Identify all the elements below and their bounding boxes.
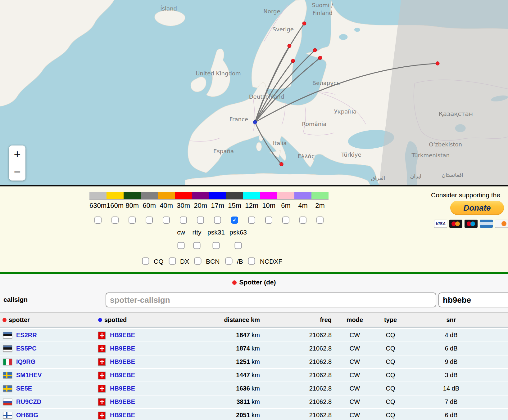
map-label: España — [213, 148, 234, 154]
type-checkbox-CQ[interactable] — [142, 257, 149, 265]
table-row: SE5E HB9EBE 1636 km 21062.8 CW CQ 14 dB — [0, 382, 508, 395]
map[interactable]: ÍslandNorgeSuomi /FinlandSverigeUnited K… — [0, 0, 508, 186]
spotted-callsign-link[interactable]: HB9EBE — [110, 345, 135, 352]
type-checkbox-cell — [248, 257, 255, 265]
type-checkbox-DX[interactable] — [169, 257, 176, 265]
spotted-callsign-link[interactable]: HB9EBE — [110, 385, 135, 392]
band-checkbox-80m[interactable] — [129, 217, 136, 224]
spotter-callsign-link[interactable]: RU9CZD — [16, 398, 41, 405]
spotter-cell: SE5E — [0, 385, 95, 392]
type-checkbox-cell — [194, 257, 202, 265]
mode-label-rtty: rtty — [192, 229, 201, 236]
spotter-callsign-link[interactable]: OH6BG — [16, 412, 38, 419]
spotter-callsign-link[interactable]: SM1HEV — [16, 372, 42, 379]
band-checkbox-10m[interactable] — [265, 217, 272, 224]
type-checkbox-/B[interactable] — [225, 257, 233, 265]
spotter-cell: ES2RR — [0, 332, 95, 339]
spotter-point[interactable] — [318, 56, 322, 60]
band-checkbox-cell — [277, 217, 294, 224]
band-checkbox-17m[interactable] — [214, 217, 221, 224]
spotted-callsign-link[interactable]: HB9EBE — [110, 358, 135, 365]
spotter-callsign-input[interactable] — [106, 293, 436, 307]
freq-cell: 21062.8 — [262, 345, 332, 352]
band-checkbox-40m[interactable] — [163, 217, 170, 224]
spotted-flag-icon — [98, 398, 106, 406]
zoom-in-button[interactable]: + — [9, 145, 25, 163]
band-checkbox-20m[interactable] — [197, 217, 204, 224]
table-row: OH6BG HB9EBE 2051 km 21062.8 CW CQ 6 dB — [0, 409, 508, 420]
zoom-out-button[interactable]: − — [9, 163, 25, 181]
mode-label-psk63: psk63 — [229, 229, 247, 236]
band-checkbox-30m[interactable] — [180, 217, 187, 224]
spotted-point[interactable] — [253, 120, 257, 124]
band-checkbox-15m[interactable]: ✓ — [231, 217, 238, 224]
spotted-cell: HB9EBE — [95, 358, 196, 366]
mode-label-cw: cw — [177, 229, 185, 236]
spotted-callsign-link[interactable]: HB9EBE — [110, 372, 135, 379]
band-checkbox-cell — [294, 217, 311, 224]
band-swatch-12m — [243, 192, 260, 199]
type-cell: CQ — [377, 358, 404, 365]
visa-card-icon: VISA — [434, 220, 447, 228]
header-freq: freq — [262, 316, 332, 324]
map-label: O‘zbekiston — [429, 141, 462, 148]
mode-checkbox-rtty[interactable] — [193, 242, 201, 249]
mode-checkbox-cw[interactable] — [178, 242, 185, 249]
spotter-callsign-link[interactable]: IQ9RG — [16, 358, 35, 365]
spotter-callsign-link[interactable]: ES2RR — [16, 332, 37, 339]
spotted-callsign-input[interactable] — [438, 293, 508, 307]
band-checkbox-12m[interactable] — [248, 217, 255, 224]
spotted-cell: HB9EBE — [95, 385, 196, 392]
band-checkbox-cell — [107, 217, 124, 224]
spotter-flag-icon — [3, 359, 12, 365]
spotter-point[interactable] — [288, 44, 291, 48]
spotted-callsign-link[interactable]: HB9EBE — [110, 332, 135, 339]
type-checkbox-NCDXF[interactable] — [248, 257, 255, 265]
map-label: Türkmenistan — [411, 152, 450, 159]
spotter-point[interactable] — [280, 162, 283, 166]
spotted-cell: HB9EBE — [95, 345, 196, 352]
spotter-point[interactable] — [436, 62, 439, 65]
mode-cell: CW — [332, 412, 377, 419]
snr-cell: 6 dB — [404, 345, 508, 352]
donate-button[interactable]: Donate — [450, 201, 504, 215]
band-checkbox-4m[interactable] — [299, 217, 306, 224]
band-swatch-160m — [107, 192, 124, 199]
zoom-control: + − — [9, 145, 25, 181]
band-label-12m: 12m — [243, 202, 260, 210]
mode-checkbox-psk63[interactable] — [235, 242, 242, 249]
spotter-point[interactable] — [302, 22, 306, 25]
spotted-flag-icon — [98, 372, 106, 379]
type-checkbox-BCN[interactable] — [194, 257, 202, 265]
mode-label-psk31: psk31 — [207, 229, 225, 236]
band-checkbox-6m[interactable] — [282, 217, 289, 224]
mode-cell: CW — [332, 372, 377, 379]
spotted-callsign-link[interactable]: HB9EBE — [110, 412, 135, 419]
blue-dot-icon — [98, 318, 102, 322]
snr-cell: 6 dB — [404, 412, 508, 419]
spotter-cell: RU9CZD — [0, 398, 95, 405]
spotter-point[interactable] — [313, 48, 317, 52]
spotter-point[interactable] — [291, 59, 295, 63]
distance-cell: 1847 km — [196, 332, 262, 339]
freq-cell: 21062.8 — [262, 332, 332, 339]
band-swatch-630m — [89, 192, 107, 199]
spotter-callsign-link[interactable]: ES5PC — [16, 345, 37, 352]
band-swatch-60m — [141, 192, 158, 199]
table-row: ES2RR HB9EBE 1847 km 21062.8 CW CQ 4 dB — [0, 329, 508, 342]
freq-cell: 21062.8 — [262, 412, 332, 419]
spotted-callsign-link[interactable]: HB9EBE — [110, 398, 135, 405]
amex-card-icon — [480, 220, 493, 228]
band-checkbox-cell — [260, 217, 277, 224]
band-checkbox-630m[interactable] — [94, 217, 102, 224]
band-checkbox-2m[interactable] — [316, 217, 324, 224]
spotted-flag-icon — [98, 332, 106, 339]
band-checkbox-60m[interactable] — [146, 217, 153, 224]
band-swatch-4m — [294, 192, 311, 199]
header-type: type — [377, 316, 404, 324]
type-checkbox-cell — [142, 257, 149, 265]
mode-checkbox-psk31[interactable] — [213, 242, 220, 249]
type-checkbox-cell — [169, 257, 176, 265]
band-checkbox-160m[interactable] — [111, 217, 119, 224]
spotter-callsign-link[interactable]: SE5E — [16, 385, 32, 392]
